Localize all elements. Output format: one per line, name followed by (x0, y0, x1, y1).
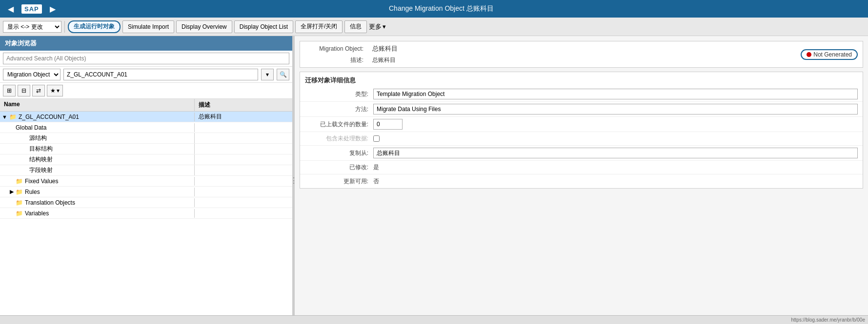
tree-node-label: 字段映射 (29, 166, 53, 174)
more-menu[interactable]: 更多 ▾ (369, 22, 386, 31)
list-item[interactable]: ▼ 📁 Z_GL_ACCOUNT_A01 总账科目 (0, 112, 292, 122)
top-info-section: Migration Object: 总账科目 描述: 总账科目 Not Gene… (300, 41, 863, 68)
tree-node-desc: 总账科目 (195, 112, 292, 122)
display-change-select[interactable]: 显示 <-> 更改 (3, 21, 61, 33)
method-field-row: 方法: (300, 102, 863, 117)
tree-node-label: 目标结构 (29, 145, 53, 153)
right-panel: Migration Object: 总账科目 描述: 总账科目 Not Gene… (295, 36, 868, 324)
unprocessed-label: 包含未处理数据: (305, 134, 373, 143)
main-content: 对象浏览器 Migration Object ▾ 🔍 ⊞ ⊟ ⇄ ★ ▾ Nam… (0, 36, 868, 324)
folder-icon: 📁 (16, 189, 23, 195)
tree-node-label: Variables (25, 210, 49, 217)
display-object-list-button[interactable]: Display Object List (234, 20, 293, 33)
list-item[interactable]: ▶ 📁 Rules (0, 187, 292, 197)
list-item[interactable]: 📁 Variables (0, 208, 292, 219)
tree-node-desc (195, 170, 292, 172)
display-overview-button[interactable]: Display Overview (176, 20, 232, 33)
files-count-field-row: 已上载文件的数量: (300, 117, 863, 132)
tree-node-desc (195, 137, 292, 139)
unprocessed-field-row: 包含未处理数据: (300, 132, 863, 146)
forward-arrow[interactable]: ▶ (47, 3, 59, 15)
tree-node-label: Global Data (16, 124, 46, 131)
folder-icon: 📁 (9, 114, 17, 120)
tree-node-desc (195, 148, 292, 150)
tree-node-desc (195, 127, 292, 129)
title-bar: ◀ SAP ▶ Change Migration Object 总账科目 (0, 0, 868, 18)
migration-object-field: Migration Object: 总账科目 (305, 44, 398, 53)
tree-node-label: Rules (25, 189, 40, 195)
description-field: 描述: 总账科目 (305, 56, 398, 64)
unprocessed-checkbox-container (373, 135, 380, 142)
info-button[interactable]: 信息 (344, 20, 367, 33)
copy-from-input[interactable] (373, 148, 858, 158)
list-item[interactable]: 目标结构 (0, 144, 292, 154)
migration-object-label: Migration Object: (305, 45, 368, 52)
filter-dropdown-button[interactable]: ▾ (261, 69, 274, 80)
fullscreen-button[interactable]: 全屏打开/关闭 (295, 20, 343, 33)
folder-icon: 📁 (16, 199, 23, 206)
copy-from-field-row: 复制从: (300, 146, 863, 161)
list-item[interactable]: 结构映射 (0, 154, 292, 165)
favorites-button[interactable]: ★ ▾ (47, 85, 63, 96)
generate-runtime-button[interactable]: 生成运行时对象 (68, 20, 121, 33)
tree-node-label: 源结构 (29, 134, 47, 142)
left-panel: 对象浏览器 Migration Object ▾ 🔍 ⊞ ⊟ ⇄ ★ ▾ Nam… (0, 36, 293, 324)
tree-node-desc (195, 180, 292, 182)
collapse-all-button[interactable]: ⊟ (18, 85, 30, 96)
copy-from-label: 复制从: (305, 149, 373, 157)
search-input[interactable] (3, 53, 289, 64)
tree-node-desc (195, 191, 292, 193)
title-bar-left: ◀ SAP ▶ (5, 3, 59, 15)
list-item[interactable]: 📁 Fixed Values (0, 176, 292, 187)
simulate-import-button[interactable]: Simulate Import (122, 20, 174, 33)
tree-node-label: Translation Objects (25, 199, 75, 206)
status-label: Not Generated (813, 51, 852, 58)
tree-content: Name 描述 ▼ 📁 Z_GL_ACCOUNT_A01 总账科目 Global… (0, 99, 292, 324)
desc-label: 描述: (305, 56, 368, 64)
status-dot (807, 52, 811, 57)
tree-node-label: 结构映射 (29, 155, 53, 164)
tree-toolbar: ⊞ ⊟ ⇄ ★ ▾ (0, 83, 292, 99)
tree-node-desc (195, 202, 292, 204)
sync-button[interactable]: ⇄ (32, 85, 45, 96)
tree-node-desc (195, 159, 292, 161)
tree-header: Name 描述 (0, 99, 292, 112)
tree-toggle-root[interactable]: ▼ (2, 114, 7, 120)
method-label: 方法: (305, 105, 373, 114)
list-item[interactable]: 源结构 (0, 133, 292, 144)
filter-type-select[interactable]: Migration Object (3, 69, 61, 80)
modified-value: 是 (373, 163, 858, 172)
list-item[interactable]: 📁 Translation Objects (0, 197, 292, 208)
back-arrow[interactable]: ◀ (5, 3, 17, 15)
files-count-label: 已上载文件的数量: (305, 120, 373, 129)
type-label: 类型: (305, 90, 373, 98)
modified-label: 已修改: (305, 163, 373, 172)
search-bar-container (0, 51, 292, 67)
expand-all-button[interactable]: ⊞ (3, 85, 16, 96)
list-item[interactable]: Global Data (0, 122, 292, 133)
details-title: 迁移对象详细信息 (300, 72, 863, 87)
type-input[interactable] (373, 89, 858, 99)
resize-handle[interactable] (293, 36, 295, 324)
update-available-field-row: 更新可用: 否 (300, 174, 863, 188)
unprocessed-checkbox[interactable] (373, 135, 380, 142)
list-item[interactable]: 字段映射 (0, 165, 292, 176)
toolbar: 显示 <-> 更改 生成运行时对象 Simulate Import Displa… (0, 18, 868, 36)
method-input[interactable] (373, 104, 858, 114)
type-field-row: 类型: (300, 87, 863, 102)
folder-icon: 📁 (16, 210, 23, 217)
files-count-input[interactable] (373, 119, 403, 130)
filter-value-input[interactable] (63, 69, 258, 80)
modified-field-row: 已修改: 是 (300, 161, 863, 174)
filter-search-button[interactable]: 🔍 (277, 69, 289, 80)
desc-value: 总账科目 (372, 56, 398, 64)
tree-node-label: Fixed Values (25, 178, 58, 185)
status-bar: https://blog.sader.me/yranbr/b/00e (0, 315, 868, 324)
update-available-label: 更新可用: (305, 177, 373, 186)
status-url: https://blog.sader.me/yranbr/b/00e (791, 317, 865, 323)
tree-toggle-rules[interactable]: ▶ (10, 189, 14, 195)
update-available-value: 否 (373, 177, 858, 186)
tree-node-label: Z_GL_ACCOUNT_A01 (19, 114, 79, 120)
left-panel-header: 对象浏览器 (0, 36, 292, 51)
tree-node-desc (195, 212, 292, 214)
